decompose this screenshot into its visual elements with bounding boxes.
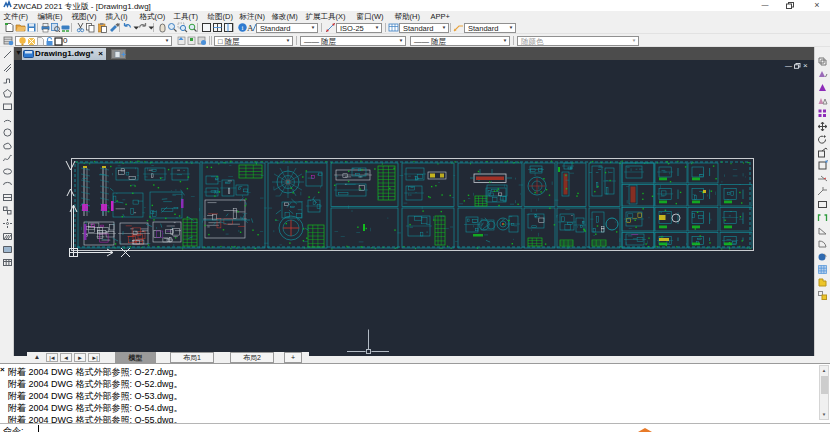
svg-text:A: A: [247, 23, 254, 33]
svg-text:i: i: [242, 24, 244, 32]
